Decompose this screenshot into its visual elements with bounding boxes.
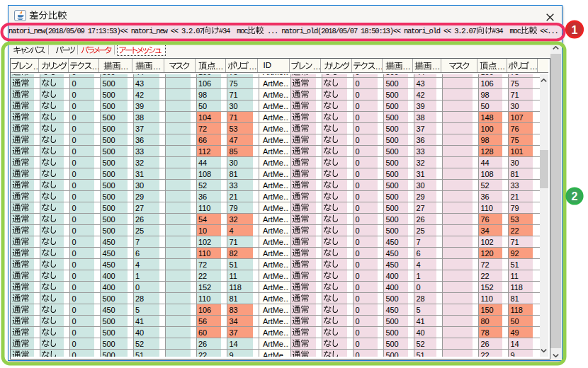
svg-text:1: 1 bbox=[572, 24, 578, 36]
svg-text:2: 2 bbox=[572, 190, 578, 202]
